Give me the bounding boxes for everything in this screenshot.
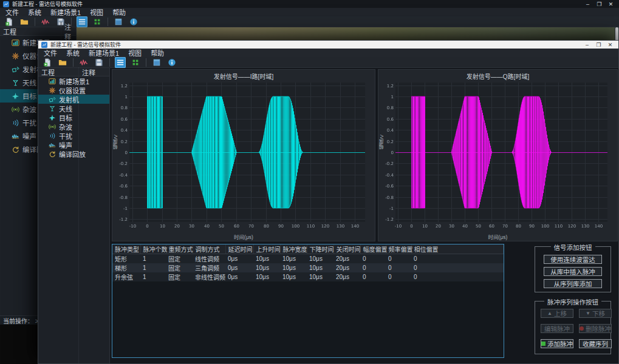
sidebar-item-replay[interactable]: 编译回放 bbox=[38, 149, 109, 158]
replay-icon bbox=[49, 150, 56, 158]
sidebar-item-gear[interactable]: 仪器设置 bbox=[38, 86, 109, 95]
table-header[interactable]: 调制方式 bbox=[193, 244, 225, 254]
foreground-window: 新建工程 - 雷达信号模拟软件 – ❐ ✕ 文件系统新建场景1视图帮助 工程 注… bbox=[38, 40, 619, 364]
menu-item-file[interactable]: 文件 bbox=[5, 7, 19, 17]
move-down-button[interactable]: ▼下移 bbox=[579, 309, 612, 318]
grid-dots-icon[interactable] bbox=[130, 57, 141, 68]
table-cell: 0 bbox=[360, 263, 386, 272]
table-header[interactable]: 脉冲类型 bbox=[112, 244, 140, 254]
chart-plot-q[interactable] bbox=[381, 79, 615, 232]
table-header[interactable]: 上升时间 bbox=[253, 244, 280, 254]
table-cell: 20μs bbox=[333, 254, 360, 264]
sidebar-item-scene[interactable]: 新建场景1 bbox=[38, 76, 109, 86]
table-header[interactable]: 相位偏置 bbox=[411, 244, 504, 254]
pulse-ops-buttons: ▲上移▼下移编辑脉冲删除脉冲添加脉冲收藏序列 bbox=[541, 309, 605, 348]
table-cell: 1 bbox=[140, 263, 166, 272]
table-header[interactable]: 频率偏置 bbox=[386, 244, 411, 254]
panel-icon[interactable] bbox=[151, 57, 162, 68]
delete-pulse-button[interactable]: 删除脉冲 bbox=[579, 324, 612, 333]
waveform-icon[interactable] bbox=[40, 16, 51, 27]
fg-minimize-button[interactable]: – bbox=[582, 42, 592, 48]
bg-minimize-button[interactable]: – bbox=[583, 1, 593, 7]
table-row[interactable]: 升余弦1固定非线性调频0μs10μs10μs10μs20μs000 bbox=[112, 272, 504, 281]
fg-menubar: 文件系统新建场景1视图帮助 bbox=[38, 49, 618, 57]
cw-radar-button[interactable]: 使用连续波雷达 bbox=[544, 255, 602, 264]
table-header[interactable]: 重频方式 bbox=[166, 244, 193, 254]
menu-item-view[interactable]: 视图 bbox=[90, 7, 103, 17]
open-folder-icon[interactable] bbox=[57, 57, 68, 68]
pulse-table: 脉冲类型脉冲个数重频方式调制方式延迟时间上升时间脉冲宽度下降时间关闭时间幅度偏置… bbox=[112, 244, 504, 281]
jam-icon bbox=[12, 119, 19, 127]
chart-title-q: 发射信号——Q路[时域] bbox=[378, 70, 617, 80]
table-header[interactable]: 脉冲个数 bbox=[140, 244, 166, 254]
table-cell: 0μs bbox=[225, 272, 253, 281]
menu-item-file[interactable]: 文件 bbox=[44, 48, 57, 58]
save-sequence-button[interactable]: 收藏序列 bbox=[579, 339, 612, 348]
button-label: 下移 bbox=[592, 309, 605, 318]
menu-item-view[interactable]: 视图 bbox=[128, 48, 142, 58]
chart-plot-i[interactable] bbox=[115, 79, 372, 232]
table-row[interactable]: 梯形1固定三角调频0μs10μs10μs10μs20μs000 bbox=[112, 263, 504, 272]
table-header[interactable]: 关闭时间 bbox=[333, 244, 360, 254]
fg-close-button[interactable]: ✕ bbox=[605, 42, 615, 48]
panel-icon[interactable] bbox=[113, 16, 124, 27]
insert-pulse-from-library-button[interactable]: 从库中插入脉冲 bbox=[544, 267, 602, 276]
table-cell: 线性调频 bbox=[193, 254, 225, 264]
menu-item-help[interactable]: 帮助 bbox=[151, 48, 164, 58]
clutter-icon bbox=[49, 123, 56, 130]
save-icon[interactable] bbox=[94, 57, 104, 68]
info-icon[interactable] bbox=[128, 16, 139, 27]
table-header[interactable]: 幅度偏置 bbox=[360, 244, 386, 254]
pulse-table-panel: 脉冲类型脉冲个数重频方式调制方式延迟时间上升时间脉冲宽度下降时间关闭时间幅度偏置… bbox=[112, 244, 504, 358]
table-cell: 固定 bbox=[166, 272, 193, 281]
button-label: 从序列库添加 bbox=[554, 279, 592, 288]
table-header[interactable]: 下降时间 bbox=[307, 244, 333, 254]
menu-item-help[interactable]: 帮助 bbox=[112, 7, 126, 17]
table-cell: 0 bbox=[360, 254, 386, 264]
gear-icon bbox=[12, 52, 19, 60]
sidebar-item-label: 干扰 bbox=[59, 131, 72, 141]
table-cell: 10μs bbox=[253, 254, 280, 264]
target-icon bbox=[49, 114, 56, 121]
list-view-icon[interactable] bbox=[77, 16, 87, 27]
bg-maximize-button[interactable]: ❐ bbox=[594, 1, 604, 7]
table-header[interactable]: 延迟时间 bbox=[225, 244, 253, 254]
fg-maximize-button[interactable]: ❐ bbox=[593, 42, 604, 48]
antenna-icon bbox=[12, 79, 19, 87]
edit-pulse-button[interactable]: 编辑脉冲 bbox=[541, 324, 573, 333]
button-label: 编辑脉冲 bbox=[544, 324, 570, 333]
add-from-sequence-library-button[interactable]: 从序列库添加 bbox=[544, 279, 602, 288]
sidebar-item-noise[interactable]: 噪声 bbox=[38, 140, 109, 149]
bg-close-button[interactable]: ✕ bbox=[606, 1, 616, 7]
sidebar-item-jam[interactable]: 干扰 bbox=[38, 131, 109, 140]
sidebar-item-antenna[interactable]: 天线 bbox=[38, 104, 109, 113]
sidebar-item-label: 新建场景1 bbox=[59, 76, 89, 86]
transmitter-icon bbox=[49, 96, 56, 103]
menu-item-system[interactable]: 系统 bbox=[66, 48, 80, 58]
grid-dots-icon[interactable] bbox=[92, 16, 103, 27]
sidebar-item-clutter[interactable]: 杂波 bbox=[38, 122, 109, 131]
menu-item-scene[interactable]: 新建场景1 bbox=[50, 7, 81, 17]
table-header[interactable]: 脉冲宽度 bbox=[280, 244, 307, 254]
move-up-button[interactable]: ▲上移 bbox=[541, 309, 573, 318]
sidebar-item-transmitter[interactable]: 发射机 bbox=[38, 95, 109, 104]
list-view-icon[interactable] bbox=[115, 57, 126, 68]
fg-titlebar[interactable]: 新建工程 - 雷达信号模拟软件 – ❐ ✕ bbox=[38, 41, 618, 49]
jam-icon bbox=[49, 132, 56, 140]
sidebar-item-target[interactable]: 目标 bbox=[38, 113, 109, 122]
waveform-icon[interactable] bbox=[78, 57, 89, 68]
table-row[interactable]: 矩形1固定线性调频0μs10μs10μs10μs20μs000 bbox=[112, 254, 504, 264]
open-folder-icon[interactable] bbox=[19, 16, 30, 27]
chart-panel-i: 发射信号——I路[时域] 幅度/V 时间(μs) bbox=[112, 69, 375, 241]
transmitter-icon bbox=[12, 66, 19, 73]
new-file-icon[interactable] bbox=[42, 57, 53, 68]
info-icon[interactable] bbox=[166, 57, 177, 68]
add-pulse-button[interactable]: 添加脉冲 bbox=[541, 339, 573, 348]
menu-item-scene[interactable]: 新建场景1 bbox=[89, 48, 119, 58]
sidebar-item-label: 目标 bbox=[59, 113, 72, 123]
table-cell: 10μs bbox=[307, 254, 333, 264]
scene-icon bbox=[49, 78, 56, 85]
button-label: 上移 bbox=[554, 309, 567, 318]
new-file-icon[interactable] bbox=[4, 16, 15, 27]
menu-item-system[interactable]: 系统 bbox=[28, 7, 41, 17]
